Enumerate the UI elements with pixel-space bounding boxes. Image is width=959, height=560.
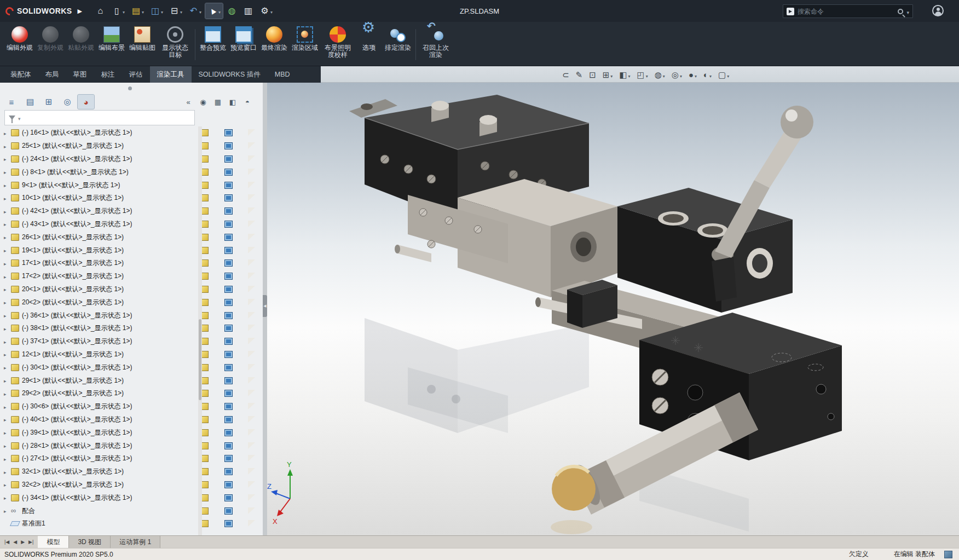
tree-item[interactable]: (-) 40<1> (默认<<默认>_显示状态 1>) <box>0 413 263 426</box>
section-view-icon[interactable]: ◧ <box>616 68 633 81</box>
edit-decal-button[interactable]: 编辑贴图 <box>127 25 158 65</box>
display-mode-cell-icon[interactable] <box>224 403 233 410</box>
display-mode-cell-icon[interactable] <box>224 338 233 345</box>
tree-item[interactable]: (-) 8<1> (默认<<默认>_显示状态 1>) <box>0 165 263 178</box>
display-mode-cell-icon[interactable] <box>224 325 233 332</box>
options-button[interactable]: 选项 <box>355 25 383 65</box>
transparency-cell-icon[interactable] <box>248 247 255 253</box>
tab-render-tools[interactable]: 渲染工具 <box>150 66 192 83</box>
transparency-cell-icon[interactable] <box>248 429 255 436</box>
display-mode-cell-icon[interactable] <box>224 194 233 201</box>
tree-item[interactable]: 32<1> (默认<<默认>_显示状态 1>) <box>0 465 263 478</box>
tree-item[interactable]: 17<2> (默认<<默认>_显示状态 1>) <box>0 270 263 283</box>
tree-item[interactable]: (-) 27<1> (默认<<默认>_显示状态 1>) <box>0 452 263 465</box>
display-mode-cell-icon[interactable] <box>224 234 233 241</box>
tree-scrollbar[interactable] <box>198 126 202 535</box>
display-style-icon[interactable]: ◍ <box>652 68 668 81</box>
dropdown-caret-icon[interactable] <box>679 70 682 79</box>
tab-markup[interactable]: 标注 <box>94 66 122 83</box>
expand-arrow-icon[interactable] <box>4 220 11 228</box>
display-mode-cell-icon[interactable] <box>224 129 233 136</box>
dropdown-caret-icon[interactable] <box>662 70 665 79</box>
tab-assembly[interactable]: 装配体 <box>3 66 38 83</box>
zoom-area-icon[interactable]: ⊞ <box>600 68 616 81</box>
panel-splitter-dot-icon[interactable] <box>128 86 132 90</box>
display-mode-cell-icon[interactable] <box>224 299 233 306</box>
expand-arrow-icon[interactable] <box>4 403 11 411</box>
featuremanager-tab[interactable]: ≡ <box>3 95 20 109</box>
dropdown-caret-icon[interactable] <box>694 70 697 79</box>
command-search-box[interactable] <box>783 4 913 18</box>
panel-collapse-handle[interactable]: ◀ <box>263 295 267 317</box>
3d-scene[interactable]: Y Z X <box>267 83 959 535</box>
expand-arrow-icon[interactable] <box>4 311 11 319</box>
display-mode-cell-icon[interactable] <box>224 221 233 228</box>
propertymanager-tab[interactable]: ▤ <box>22 95 38 109</box>
preview-window-button[interactable]: 预览窗口 <box>228 25 259 65</box>
dropdown-caret-icon[interactable] <box>609 70 613 79</box>
expand-arrow-icon[interactable] <box>4 429 11 436</box>
display-mode-cell-icon[interactable] <box>224 351 233 358</box>
open-document-icon[interactable]: ▤ <box>129 3 146 19</box>
account-icon[interactable] <box>932 5 944 16</box>
dropdown-caret-icon[interactable] <box>726 70 729 79</box>
transparency-cell-icon[interactable] <box>248 325 255 331</box>
view-orientation-icon[interactable]: ◰ <box>634 68 651 81</box>
save-icon[interactable]: ◫ <box>148 3 165 19</box>
edit-appearance-button[interactable]: 编辑外观 <box>4 25 35 65</box>
display-state-target-button[interactable]: 显示状态目标 <box>158 25 193 65</box>
nav-arrow-button[interactable]: ▶| <box>27 539 35 545</box>
expand-arrow-icon[interactable] <box>4 363 11 371</box>
tree-item[interactable]: (-) 34<1> (默认<<默认>_显示状态 1>) <box>0 491 263 504</box>
transparency-cell-icon[interactable] <box>248 182 255 188</box>
home-icon[interactable]: ⌂ <box>93 3 108 19</box>
tree-item[interactable]: 17<1> (默认<<默认>_显示状态 1>) <box>0 257 263 270</box>
appearances-sphere-icon[interactable]: ◓ <box>241 95 254 108</box>
display-mode-cell-icon[interactable] <box>224 182 233 189</box>
expand-arrow-icon[interactable] <box>4 377 11 384</box>
display-mode-cell-icon[interactable] <box>224 169 233 176</box>
tab-model[interactable]: 模型 <box>38 536 69 548</box>
transparency-cell-icon[interactable] <box>248 520 255 527</box>
expand-arrow-icon[interactable] <box>4 415 11 423</box>
schedule-render-button[interactable]: 排定渲染 <box>383 25 413 65</box>
select-cursor-icon[interactable]: ▲ <box>205 3 223 19</box>
expand-arrow-icon[interactable] <box>4 181 11 189</box>
expand-arrow-icon[interactable] <box>4 129 11 137</box>
display-mode-cell-icon[interactable] <box>224 312 233 319</box>
tree-item[interactable]: 9<1> (默认<<默认>_显示状态 1>) <box>0 178 263 192</box>
tab-3d-views[interactable]: 3D 视图 <box>69 536 111 548</box>
dropdown-caret-icon[interactable] <box>122 6 125 16</box>
display-mode-cell-icon[interactable] <box>224 207 233 215</box>
new-document-icon[interactable]: ▯ <box>109 3 127 19</box>
tree-filter-input[interactable] <box>4 110 195 125</box>
display-mode-cell-icon[interactable] <box>224 259 233 267</box>
transparency-cell-icon[interactable] <box>248 299 255 305</box>
edit-scene-button[interactable]: 编辑布景 <box>96 25 127 65</box>
integrated-preview-button[interactable]: 整合预览 <box>198 25 228 65</box>
tree-item[interactable]: 19<1> (默认<<默认>_显示状态 1>) <box>0 244 263 257</box>
tree-item[interactable]: 25<1> (默认<<默认>_显示状态 1>) <box>0 140 263 153</box>
tree-item[interactable]: (-) 28<1> (默认<<默认>_显示状态 1>) <box>0 439 263 452</box>
final-render-button[interactable]: 最终渲染 <box>259 25 290 65</box>
display-mode-cell-icon[interactable] <box>224 247 233 254</box>
tree-item[interactable]: 20<1> (默认<<默认>_显示状态 1>) <box>0 283 263 296</box>
display-mode-cell-icon[interactable] <box>224 286 233 293</box>
transparency-cell-icon[interactable] <box>248 338 255 344</box>
display-mode-cell-icon[interactable] <box>224 155 233 163</box>
print-icon[interactable]: ⊟ <box>167 3 184 19</box>
paste-appearance-button[interactable]: 粘贴外观 <box>66 25 96 65</box>
transparency-cell-icon[interactable] <box>248 155 255 162</box>
tree-item[interactable]: 29<1> (默认<<默认>_显示状态 1>) <box>0 374 263 387</box>
transparency-cell-icon[interactable] <box>248 142 255 149</box>
display-mode-cell-icon[interactable] <box>224 273 233 280</box>
tree-item[interactable]: (-) 36<1> (默认<<默认>_显示状态 1>) <box>0 309 263 322</box>
show-hide-tree-items-icon[interactable]: ◉ <box>197 95 210 108</box>
tree-scrollbar-thumb[interactable] <box>199 319 201 400</box>
view-settings-icon[interactable]: ▢ <box>715 68 732 81</box>
recall-last-render-button[interactable]: 召回上次渲染 <box>418 25 453 65</box>
expand-arrow-icon[interactable] <box>4 142 11 150</box>
render-region-button[interactable]: 渲染区域 <box>290 25 320 65</box>
expand-arrow-icon[interactable] <box>4 481 11 488</box>
configurationmanager-tab[interactable]: ⊞ <box>41 95 57 109</box>
